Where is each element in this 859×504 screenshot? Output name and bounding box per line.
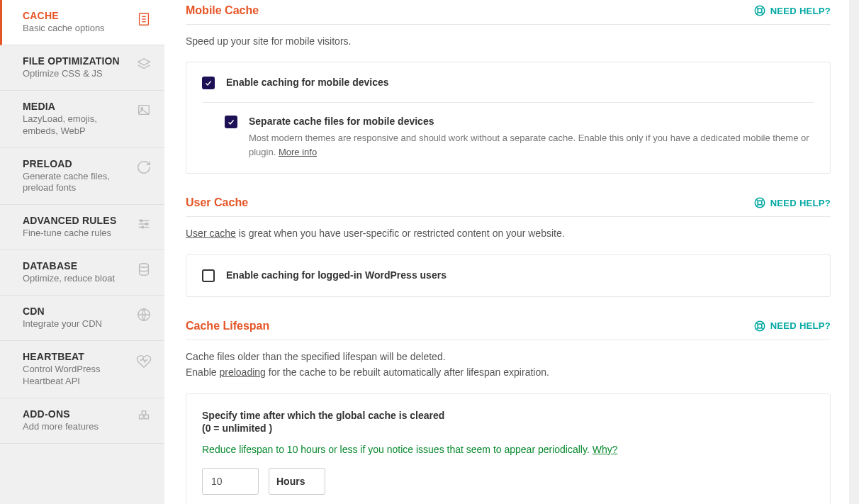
more-info-link[interactable]: More info	[279, 147, 317, 157]
lifespan-panel: Specify time after which the global cach…	[186, 393, 831, 504]
help-icon	[753, 320, 766, 332]
lifespan-panel-subtitle: (0 = unlimited )	[202, 422, 814, 434]
sidebar-item-advanced-rules[interactable]: ADVANCED RULES Fine-tune cache rules	[0, 205, 164, 250]
svg-line-28	[756, 205, 758, 207]
section-user-cache: User Cache NEED HELP? User cache is grea…	[186, 192, 831, 296]
why-link[interactable]: Why?	[593, 444, 618, 455]
sidebar-item-preload[interactable]: PRELOAD Generate cache files, preload fo…	[0, 148, 164, 206]
svg-line-20	[756, 7, 758, 9]
sidebar-item-cache[interactable]: CACHE Basic cache options	[0, 0, 164, 45]
lifespan-value-input[interactable]	[202, 468, 259, 495]
sidebar-item-cdn[interactable]: CDN Integrate your CDN	[0, 296, 164, 341]
svg-rect-17	[142, 411, 146, 415]
help-icon	[753, 4, 766, 17]
svg-point-6	[141, 108, 143, 110]
nav-sub: Fine-tune cache rules	[23, 228, 130, 240]
help-link[interactable]: NEED HELP?	[753, 4, 831, 17]
user-cache-panel: Enable caching for logged-in WordPress u…	[186, 254, 831, 297]
svg-line-23	[761, 12, 763, 14]
nav-sub: Optimize CSS & JS	[23, 68, 130, 80]
image-icon	[136, 102, 152, 118]
help-link[interactable]: NEED HELP?	[753, 320, 831, 332]
svg-line-35	[761, 327, 763, 330]
section-title: Cache Lifespan	[186, 320, 269, 332]
main-content: Mobile Cache NEED HELP? Speed up your si…	[164, 0, 849, 504]
svg-point-31	[758, 324, 762, 328]
nav-sub: Optimize, reduce bloat	[23, 273, 130, 285]
sidebar-item-addons[interactable]: ADD-ONS Add more features	[0, 398, 164, 444]
section-description: User cache is great when you have user-s…	[186, 225, 831, 241]
section-description: Speed up your site for mobile visitors.	[186, 33, 831, 49]
nav-title: DATABASE	[23, 260, 130, 271]
section-mobile-cache: Mobile Cache NEED HELP? Speed up your si…	[186, 0, 831, 174]
svg-line-26	[756, 199, 758, 201]
svg-line-22	[756, 12, 758, 14]
separate-mobile-cache-checkbox[interactable]	[225, 116, 237, 128]
lifespan-unit-select[interactable]: Hours	[269, 468, 325, 495]
checkbox-description: Most modern themes are responsive and sh…	[249, 131, 814, 159]
nav-sub: Basic cache options	[23, 23, 130, 35]
layers-icon	[136, 57, 152, 72]
checkbox-label: Separate cache files for mobile devices	[249, 116, 814, 127]
help-label: NEED HELP?	[770, 320, 831, 331]
nav-title: ADVANCED RULES	[23, 215, 130, 226]
sidebar-item-heartbeat[interactable]: HEARTBEAT Control WordPress Heartbeat AP…	[0, 341, 164, 398]
enable-mobile-caching-checkbox[interactable]	[202, 77, 215, 89]
nav-title: FILE OPTIMIZATION	[23, 55, 130, 67]
svg-point-10	[140, 220, 142, 222]
nav-sub: Generate cache files, preload fonts	[23, 171, 130, 195]
nav-title: MEDIA	[23, 101, 130, 112]
mobile-cache-panel: Enable caching for mobile devices Separa…	[186, 62, 831, 174]
user-cache-link[interactable]: User cache	[186, 228, 236, 239]
nav-title: HEARTBEAT	[23, 351, 130, 362]
svg-point-19	[758, 9, 762, 13]
globe-icon	[136, 307, 152, 323]
file-icon	[136, 11, 152, 27]
sliders-icon	[136, 216, 152, 232]
nav-title: CDN	[23, 306, 130, 317]
svg-line-27	[761, 199, 763, 201]
help-icon	[753, 196, 766, 209]
divider	[202, 102, 814, 103]
svg-rect-15	[140, 415, 144, 419]
enable-user-caching-checkbox[interactable]	[202, 269, 215, 282]
checkbox-label: Enable caching for logged-in WordPress u…	[226, 269, 814, 281]
svg-marker-4	[138, 59, 150, 65]
svg-point-12	[142, 227, 144, 229]
nav-title: PRELOAD	[23, 158, 130, 169]
svg-rect-16	[145, 415, 149, 419]
refresh-icon	[136, 159, 152, 175]
nav-sub: Control WordPress Heartbeat API	[23, 364, 130, 388]
sidebar-item-file-optimization[interactable]: FILE OPTIMIZATION Optimize CSS & JS	[0, 45, 164, 91]
preloading-link[interactable]: preloading	[219, 366, 265, 378]
database-icon	[136, 262, 152, 277]
nav-sub: LazyLoad, emojis, embeds, WebP	[23, 113, 130, 138]
svg-line-34	[756, 327, 758, 330]
svg-point-25	[758, 201, 762, 205]
help-link[interactable]: NEED HELP?	[753, 196, 831, 209]
section-description: Cache files older than the specified lif…	[186, 349, 831, 381]
sidebar-item-media[interactable]: MEDIA LazyLoad, emojis, embeds, WebP	[0, 91, 164, 148]
svg-point-13	[140, 264, 149, 268]
puzzle-icon	[136, 410, 152, 425]
lifespan-panel-title: Specify time after which the global cach…	[202, 410, 814, 421]
nav-title: ADD-ONS	[23, 408, 130, 420]
svg-line-21	[761, 7, 763, 9]
svg-line-32	[756, 323, 758, 325]
help-label: NEED HELP?	[770, 198, 831, 208]
section-title: User Cache	[186, 196, 248, 209]
section-cache-lifespan: Cache Lifespan NEED HELP? Cache files ol…	[186, 315, 831, 504]
section-title: Mobile Cache	[186, 4, 259, 17]
heartbeat-icon	[136, 352, 152, 368]
nav-sub: Integrate your CDN	[23, 318, 130, 330]
lifespan-note: Reduce lifespan to 10 hours or less if y…	[202, 444, 814, 455]
checkbox-label: Enable caching for mobile devices	[226, 77, 814, 88]
nav-title: CACHE	[23, 10, 130, 21]
svg-line-29	[761, 205, 763, 207]
svg-point-11	[145, 223, 147, 225]
nav-sub: Add more features	[23, 421, 130, 433]
sidebar-item-database[interactable]: DATABASE Optimize, reduce bloat	[0, 250, 164, 296]
svg-line-33	[761, 323, 763, 325]
sidebar: CACHE Basic cache options FILE OPTIMIZAT…	[0, 0, 164, 504]
help-label: NEED HELP?	[770, 6, 831, 16]
